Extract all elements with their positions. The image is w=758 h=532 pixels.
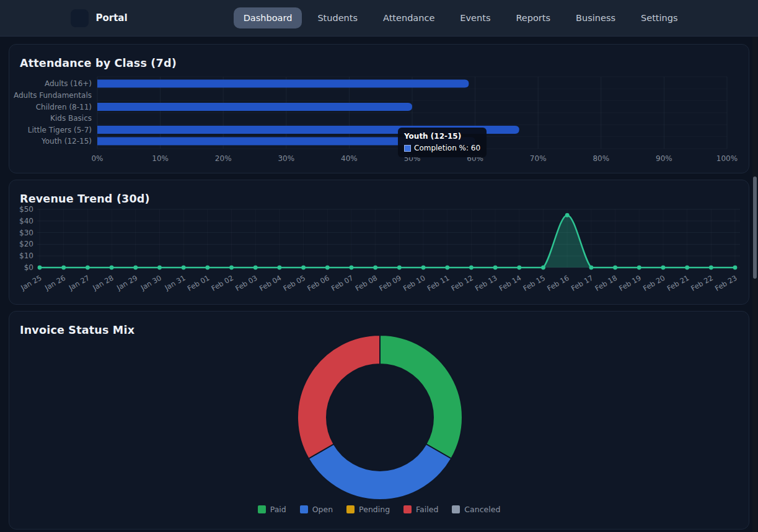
svg-text:Feb 06: Feb 06 [306,273,330,292]
svg-text:Children (8-11): Children (8-11) [36,103,92,111]
legend-item-open[interactable]: Open [300,505,333,514]
svg-text:60%: 60% [467,154,483,163]
revenue-card: Revenue Trend (30d) $0$10$20$30$40$50Jan… [9,180,749,305]
svg-text:$10: $10 [19,251,33,260]
legend-label: Open [312,505,333,514]
data-point-feb-15[interactable] [541,266,545,270]
attendance-card: Attendance by Class (7d) 0%10%20%30%40%5… [9,44,749,173]
data-point-feb-18[interactable] [613,266,617,270]
data-point-feb-21[interactable] [685,266,689,270]
data-point-jan-26[interactable] [61,266,66,270]
legend-item-canceled[interactable]: Canceled [452,505,500,514]
svg-text:10%: 10% [152,154,169,163]
svg-text:Feb 20: Feb 20 [641,273,666,292]
bar-adults-16-[interactable] [97,80,469,88]
svg-text:Adults Fundamentals: Adults Fundamentals [14,91,92,100]
data-point-jan-27[interactable] [86,266,90,270]
svg-text:Adults (16+): Adults (16+) [45,79,92,88]
svg-text:Feb 12: Feb 12 [449,273,474,292]
data-point-feb-16[interactable] [565,213,570,217]
legend-swatch-icon [300,505,308,513]
brand-name: Portal [96,12,128,24]
data-point-feb-20[interactable] [661,266,666,270]
dashboard-content: Attendance by Class (7d) 0%10%20%30%40%5… [0,37,758,530]
legend-item-failed[interactable]: Failed [403,505,438,514]
legend-swatch-icon [346,505,355,513]
donut-slice-failed[interactable] [297,335,380,459]
svg-text:50%: 50% [404,154,421,163]
svg-text:Youth (12-15): Youth (12-15) [41,137,92,146]
svg-text:40%: 40% [341,154,358,163]
data-point-feb-12[interactable] [469,266,474,270]
nav-item-students[interactable]: Students [307,7,368,28]
data-point-feb-11[interactable] [445,266,449,270]
data-point-feb-17[interactable] [589,266,593,270]
donut-slice-open[interactable] [309,444,451,500]
data-point-feb-19[interactable] [637,266,641,270]
data-point-feb-02[interactable] [229,266,234,270]
bar-youth-12-15-[interactable] [97,137,475,146]
data-point-feb-07[interactable] [350,266,354,270]
svg-text:Feb 21: Feb 21 [666,273,690,292]
data-point-jan-31[interactable] [182,266,186,270]
nav-item-reports[interactable]: Reports [506,7,560,28]
legend-label: Canceled [464,505,500,514]
data-point-feb-03[interactable] [253,266,258,270]
svg-text:Feb 07: Feb 07 [330,273,355,292]
donut-slice-paid[interactable] [380,335,462,459]
svg-text:Feb 22: Feb 22 [689,273,714,292]
svg-text:20%: 20% [215,154,232,163]
svg-text:Jan 29: Jan 29 [115,273,139,292]
data-point-feb-09[interactable] [397,266,402,270]
scrollbar-track[interactable] [752,37,757,532]
svg-text:Jan 26: Jan 26 [43,273,67,292]
svg-text:Feb 23: Feb 23 [713,273,738,292]
svg-text:0%: 0% [91,154,103,163]
top-navbar: Portal Dashboard Students Attendance Eve… [0,0,758,37]
data-point-feb-04[interactable] [277,266,281,270]
svg-text:Feb 05: Feb 05 [282,273,307,292]
legend-item-paid[interactable]: Paid [258,505,286,514]
svg-text:Feb 01: Feb 01 [186,273,211,292]
legend-swatch-icon [452,505,460,513]
nav-item-business[interactable]: Business [566,7,625,28]
legend-swatch-icon [403,505,412,513]
nav-item-dashboard[interactable]: Dashboard [234,7,302,28]
svg-text:Feb 17: Feb 17 [570,273,594,292]
svg-text:Jan 28: Jan 28 [90,273,115,292]
data-point-jan-28[interactable] [110,266,114,270]
svg-text:100%: 100% [716,154,738,163]
data-point-feb-22[interactable] [709,266,713,270]
data-point-feb-10[interactable] [421,266,426,270]
svg-text:Jan 30: Jan 30 [139,273,163,292]
data-point-feb-08[interactable] [373,266,377,270]
data-point-jan-25[interactable] [38,266,42,270]
nav-container: Portal Dashboard Students Attendance Eve… [71,7,688,28]
data-point-feb-23[interactable] [733,266,738,270]
brand[interactable]: Portal [71,9,128,27]
data-point-feb-06[interactable] [325,266,330,270]
data-point-feb-01[interactable] [205,266,209,270]
nav-item-events[interactable]: Events [450,7,500,28]
donut-legend: PaidOpenPendingFailedCanceled [9,505,749,514]
nav-item-attendance[interactable]: Attendance [373,7,444,28]
nav-menu: Dashboard Students Attendance Events Rep… [234,7,688,28]
data-point-jan-29[interactable] [133,266,138,270]
data-point-feb-05[interactable] [301,266,306,270]
svg-text:Feb 11: Feb 11 [426,273,451,292]
svg-text:Feb 15: Feb 15 [522,273,547,292]
svg-text:Feb 08: Feb 08 [354,273,379,292]
svg-text:Feb 14: Feb 14 [498,273,522,292]
legend-item-pending[interactable]: Pending [346,505,390,514]
data-point-jan-30[interactable] [157,266,162,270]
svg-text:Jan 27: Jan 27 [67,273,91,292]
data-point-feb-13[interactable] [493,266,498,270]
invoice-card: Invoice Status Mix PaidOpenPendingFailed… [9,311,749,530]
bar-children-8-11-[interactable] [97,103,412,111]
bar-little-tigers-5-7-[interactable] [97,126,519,134]
data-point-feb-14[interactable] [517,266,521,270]
scrollbar-thumb[interactable] [753,177,757,279]
svg-text:Little Tigers (5-7): Little Tigers (5-7) [28,126,92,134]
nav-item-settings[interactable]: Settings [631,7,687,28]
svg-text:Feb 09: Feb 09 [377,273,402,292]
